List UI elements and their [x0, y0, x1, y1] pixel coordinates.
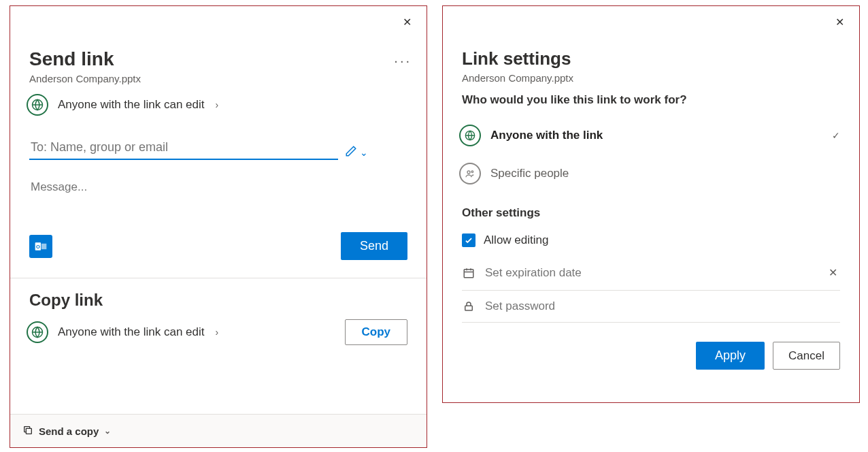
lock-icon — [462, 300, 475, 313]
svg-rect-5 — [26, 428, 31, 434]
chevron-right-icon: › — [215, 327, 218, 338]
edit-permission-button[interactable]: ⌄ — [345, 145, 368, 160]
svg-rect-3 — [41, 243, 47, 248]
svg-point-7 — [467, 171, 470, 174]
chevron-right-icon: › — [215, 99, 218, 110]
allow-editing-row: Allow editing — [462, 225, 840, 255]
send-button[interactable]: Send — [341, 232, 407, 260]
allow-editing-checkbox[interactable] — [462, 233, 475, 247]
calendar-icon — [462, 266, 475, 280]
chevron-down-icon: ⌄ — [104, 426, 111, 436]
password-row — [462, 291, 840, 323]
copy-link-title: Copy link — [29, 291, 427, 310]
globe-icon — [459, 125, 481, 146]
permission-label: Anyone with the link can edit — [58, 325, 204, 339]
send-link-dialog: ✕ ··· Send link Anderson Company.pptx An… — [10, 5, 427, 448]
send-link-title: Send link — [29, 48, 427, 70]
outlook-icon[interactable]: O — [29, 235, 52, 258]
globe-icon — [27, 94, 48, 116]
more-options-icon[interactable]: ··· — [394, 54, 412, 67]
send-a-copy-button[interactable]: Send a copy ⌄ — [10, 414, 427, 447]
link-scope-question: Who would you like this link to work for… — [462, 93, 840, 107]
option-label: Anyone with the link — [490, 129, 603, 142]
cancel-button[interactable]: Cancel — [773, 342, 840, 370]
option-label: Specific people — [490, 167, 569, 180]
copy-icon — [22, 425, 33, 438]
svg-point-8 — [471, 171, 473, 173]
globe-icon — [27, 321, 48, 343]
clear-expiration-icon[interactable]: ✕ — [826, 263, 840, 282]
message-input[interactable] — [29, 179, 386, 195]
svg-rect-9 — [464, 269, 473, 277]
divider — [10, 278, 427, 278]
pencil-icon — [345, 145, 357, 160]
copy-button[interactable]: Copy — [345, 319, 408, 345]
apply-button[interactable]: Apply — [696, 342, 765, 370]
svg-text:O: O — [36, 243, 40, 249]
send-a-copy-label: Send a copy — [39, 425, 99, 437]
close-icon[interactable]: ✕ — [831, 13, 848, 32]
link-settings-dialog: ✕ Link settings Anderson Company.pptx Wh… — [442, 5, 860, 403]
link-settings-title: Link settings — [462, 48, 840, 69]
copy-link-permission-selector[interactable]: Anyone with the link can edit › — [27, 321, 218, 343]
link-permission-selector[interactable]: Anyone with the link can edit › — [27, 94, 427, 116]
recipient-input[interactable] — [29, 136, 338, 160]
checkmark-icon: ✓ — [832, 130, 840, 141]
permission-label: Anyone with the link can edit — [58, 98, 204, 112]
svg-rect-10 — [465, 306, 473, 310]
password-input[interactable] — [484, 299, 840, 314]
option-specific-people[interactable]: Specific people — [459, 155, 840, 193]
other-settings-title: Other settings — [462, 206, 859, 220]
filename-label: Anderson Company.pptx — [462, 72, 840, 84]
expiration-row: ✕ — [462, 255, 840, 291]
close-icon[interactable]: ✕ — [399, 13, 416, 32]
option-anyone-with-link[interactable]: Anyone with the link ✓ — [459, 116, 840, 155]
filename-label: Anderson Company.pptx — [29, 73, 427, 84]
people-icon — [459, 163, 481, 184]
allow-editing-label: Allow editing — [484, 233, 548, 247]
expiration-input[interactable] — [484, 265, 818, 280]
chevron-down-icon: ⌄ — [360, 147, 368, 158]
